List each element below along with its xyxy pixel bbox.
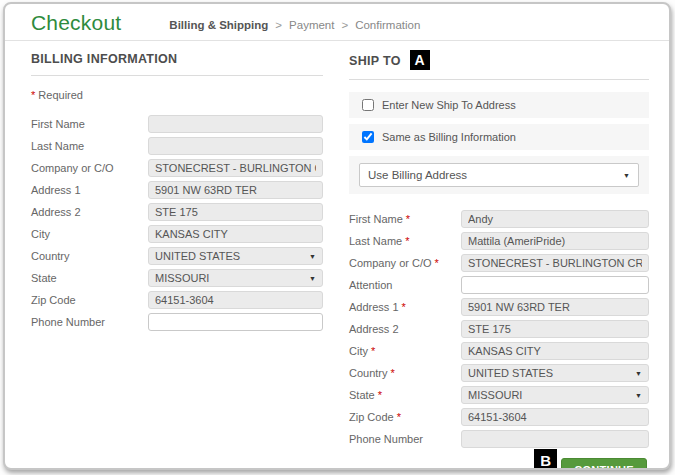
main-content: BILLING INFORMATION * Required First Nam…	[5, 41, 669, 470]
breadcrumb-step-confirmation: Confirmation	[355, 19, 420, 31]
field-input[interactable]	[148, 181, 323, 199]
field-label: State *	[349, 389, 461, 401]
field-label: Zip Code	[31, 294, 148, 306]
field-label: City *	[349, 345, 461, 357]
chevron-down-icon: ▼	[309, 275, 316, 282]
field-label: Address 2	[31, 206, 148, 218]
footer-actions: B CONTINUE	[349, 458, 649, 470]
field-label: Address 1	[31, 184, 148, 196]
billing-form: First NameLast NameCompany or C/OAddress…	[31, 115, 323, 331]
form-row: Zip Code	[31, 291, 323, 309]
form-row: Phone Number	[349, 430, 649, 448]
continue-button[interactable]: CONTINUE	[561, 458, 647, 470]
select-value: MISSOURI	[468, 389, 631, 401]
address-book-select[interactable]: Use Billing Address ▼	[359, 163, 639, 187]
required-asterisk: *	[406, 213, 410, 225]
form-row: State *MISSOURI▼	[349, 386, 649, 404]
form-row: Last Name *	[349, 232, 649, 250]
field-input[interactable]	[148, 203, 323, 221]
field-input[interactable]	[148, 313, 323, 331]
required-asterisk: *	[378, 389, 382, 401]
field-input[interactable]	[461, 430, 649, 448]
field-input[interactable]	[461, 276, 649, 294]
form-row: Address 1	[31, 181, 323, 199]
page-title: Checkout	[31, 11, 121, 35]
billing-section-title: BILLING INFORMATION	[31, 52, 177, 66]
field-select[interactable]: UNITED STATES▼	[148, 247, 323, 265]
field-input[interactable]	[461, 210, 649, 228]
new-shipto-address-option: Enter New Ship To Address	[349, 92, 649, 118]
field-input[interactable]	[461, 232, 649, 250]
field-label: Company or C/O	[31, 162, 148, 174]
address-book-selected-value: Use Billing Address	[368, 169, 619, 181]
select-value: UNITED STATES	[155, 250, 305, 262]
field-label: First Name *	[349, 213, 461, 225]
form-row: Attention	[349, 276, 649, 294]
field-input[interactable]	[461, 254, 649, 272]
form-row: Address 1 *	[349, 298, 649, 316]
same-as-billing-checkbox[interactable]	[362, 131, 374, 143]
field-label: Last Name *	[349, 235, 461, 247]
field-input[interactable]	[461, 342, 649, 360]
address-book-band: Use Billing Address ▼	[349, 156, 649, 194]
shipto-form: First Name *Last Name *Company or C/O *A…	[349, 210, 649, 448]
billing-section: BILLING INFORMATION * Required First Nam…	[15, 52, 337, 470]
field-input[interactable]	[148, 137, 323, 155]
shipto-section-title: SHIP TO	[349, 54, 401, 68]
field-label: Country *	[349, 367, 461, 379]
form-row: StateMISSOURI▼	[31, 269, 323, 287]
field-label: Country	[31, 250, 148, 262]
breadcrumb-separator: >	[341, 19, 348, 31]
required-asterisk: *	[397, 411, 401, 423]
field-label: City	[31, 228, 148, 240]
field-label: Attention	[349, 279, 461, 291]
required-asterisk: *	[402, 301, 406, 313]
form-row: Company or C/O *	[349, 254, 649, 272]
form-row: Last Name	[31, 137, 323, 155]
field-input[interactable]	[148, 291, 323, 309]
field-label: Phone Number	[31, 316, 148, 328]
field-input[interactable]	[148, 159, 323, 177]
chevron-down-icon: ▼	[623, 172, 630, 179]
field-input[interactable]	[461, 320, 649, 338]
new-shipto-address-label[interactable]: Enter New Ship To Address	[382, 99, 516, 111]
required-asterisk: *	[371, 345, 375, 357]
shipto-section: SHIP TO A Enter New Ship To Address Same…	[337, 52, 659, 470]
form-row: Address 2	[349, 320, 649, 338]
form-row: City *	[349, 342, 649, 360]
same-as-billing-label[interactable]: Same as Billing Information	[382, 131, 516, 143]
breadcrumb-step-billing-shipping: Billing & Shipping	[169, 19, 268, 31]
field-input[interactable]	[148, 225, 323, 243]
required-asterisk: *	[391, 367, 395, 379]
required-note-text: Required	[35, 89, 83, 101]
field-input[interactable]	[148, 115, 323, 133]
field-label: Address 2	[349, 323, 461, 335]
checkout-card: Checkout Billing & Shipping > Payment > …	[3, 2, 671, 470]
form-row: City	[31, 225, 323, 243]
same-as-billing-option: Same as Billing Information	[349, 124, 649, 150]
form-row: Phone Number	[31, 313, 323, 331]
field-select[interactable]: MISSOURI▼	[461, 386, 649, 404]
field-label: Address 1 *	[349, 301, 461, 313]
required-asterisk: *	[435, 257, 439, 269]
form-row: First Name *	[349, 210, 649, 228]
field-select[interactable]: UNITED STATES▼	[461, 364, 649, 382]
field-label: First Name	[31, 118, 148, 130]
callout-b-badge: B	[534, 449, 557, 471]
form-row: Zip Code *	[349, 408, 649, 426]
select-value: UNITED STATES	[468, 367, 631, 379]
field-input[interactable]	[461, 298, 649, 316]
field-select[interactable]: MISSOURI▼	[148, 269, 323, 287]
form-row: Address 2	[31, 203, 323, 221]
field-label: State	[31, 272, 148, 284]
breadcrumb: Billing & Shipping > Payment > Confirmat…	[169, 19, 420, 31]
field-label: Last Name	[31, 140, 148, 152]
form-row: CountryUNITED STATES▼	[31, 247, 323, 265]
billing-section-header: BILLING INFORMATION	[31, 52, 323, 76]
breadcrumb-separator: >	[275, 19, 282, 31]
field-label: Phone Number	[349, 433, 461, 445]
new-shipto-address-checkbox[interactable]	[362, 99, 374, 111]
field-input[interactable]	[461, 408, 649, 426]
chevron-down-icon: ▼	[635, 392, 642, 399]
breadcrumb-step-payment: Payment	[289, 19, 334, 31]
